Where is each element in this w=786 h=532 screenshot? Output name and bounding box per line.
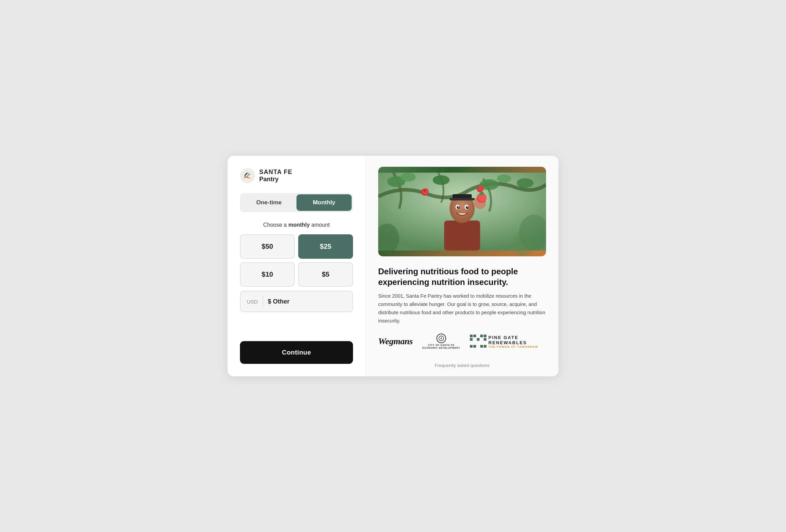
monthly-toggle-button[interactable]: Monthly <box>296 194 352 211</box>
frequency-toggle[interactable]: One-time Monthly <box>240 193 353 212</box>
pinegate-logo: PINE GATERENEWABLES THE POWER OF TOMORRO… <box>470 335 538 349</box>
svg-point-7 <box>517 178 534 188</box>
wegmans-logo: Wegmans <box>378 336 413 347</box>
other-amount-row[interactable]: USD $ Other <box>240 291 353 312</box>
svg-rect-17 <box>450 198 475 201</box>
choose-amount-label: Choose a monthly amount <box>240 222 353 228</box>
city-logo: CITY OF SANTA FEECONOMIC DEVELOPMENT <box>422 334 460 350</box>
hero-illustration <box>378 167 546 256</box>
svg-rect-13 <box>444 221 480 250</box>
city-icon <box>436 334 446 343</box>
logo-area: SANTA FE Pantry <box>240 168 353 183</box>
svg-point-30 <box>512 233 533 256</box>
left-panel: SANTA FE Pantry One-time Monthly Choose … <box>228 156 365 376</box>
main-card: SANTA FE Pantry One-time Monthly Choose … <box>228 156 558 376</box>
other-divider <box>263 296 263 307</box>
amount-grid: $50 $25 $10 $5 <box>240 234 353 287</box>
svg-point-22 <box>458 206 459 207</box>
pinegate-grid-icon <box>470 335 486 348</box>
svg-point-4 <box>433 175 450 185</box>
svg-point-12 <box>478 185 484 191</box>
other-label: $ Other <box>268 298 290 305</box>
continue-button[interactable]: Continue <box>240 341 353 364</box>
svg-point-3 <box>401 173 415 182</box>
amount-10-button[interactable]: $10 <box>240 262 295 287</box>
amount-50-button[interactable]: $50 <box>240 234 295 259</box>
santa-fe-pantry-logo-icon <box>240 168 255 183</box>
logo-text: SANTA FE Pantry <box>259 168 292 183</box>
right-headline: Delivering nutritious food to people exp… <box>378 266 546 287</box>
sponsors-row: Wegmans CITY OF SANTA FEECONOMIC DEVELOP… <box>378 334 546 350</box>
one-time-toggle-button[interactable]: One-time <box>241 194 296 211</box>
svg-point-10 <box>424 190 425 192</box>
pinegate-text: PINE GATERENEWABLES THE POWER OF TOMORRO… <box>488 335 538 348</box>
right-panel: Delivering nutritious food to people exp… <box>365 156 558 376</box>
svg-point-23 <box>467 206 468 207</box>
hero-image <box>378 167 546 256</box>
currency-label: USD <box>247 299 258 305</box>
right-description: Since 2001, Santa Fe Pantry has worked t… <box>378 292 546 325</box>
amount-5-button[interactable]: $5 <box>298 262 353 287</box>
svg-point-6 <box>497 174 511 183</box>
faq-link[interactable]: Frequently asked questions <box>378 360 546 368</box>
amount-25-button[interactable]: $25 <box>298 234 353 259</box>
svg-point-9 <box>422 188 429 195</box>
